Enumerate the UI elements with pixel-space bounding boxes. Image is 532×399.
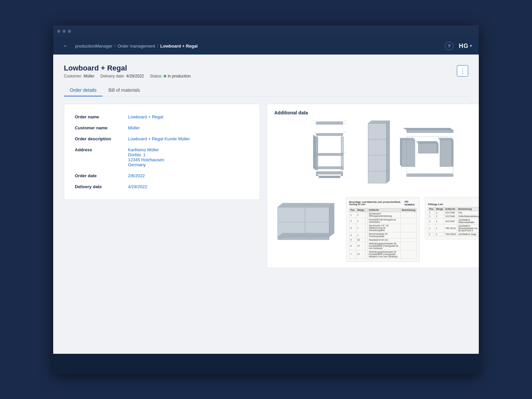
field-label: Order description xyxy=(73,133,127,144)
cell: 1 xyxy=(435,218,444,224)
cell: 1 xyxy=(356,232,365,238)
cell: 1 xyxy=(356,224,365,232)
breadcrumb-current: Lowboard + Regal xyxy=(160,44,198,49)
doc-table-row: 4 1 Klemmverbinder für Tischkorpusteile xyxy=(349,232,417,238)
svg-marker-40 xyxy=(417,141,438,143)
fittings-table-row: 1 1 10171846 Puffer/Bodenäüllsierung Sch… xyxy=(428,214,479,218)
svg-rect-36 xyxy=(440,140,453,167)
cell: 5 xyxy=(349,238,356,242)
lowboard-solid-svg xyxy=(274,197,341,254)
svg-rect-43 xyxy=(407,174,453,177)
doc-table-row: 2 1 Kunststoff-Clip Erzeugnis an Unterbo… xyxy=(349,218,417,224)
cell xyxy=(365,242,368,250)
cell: Verbindungsgeschrauben für Kunststofftei… xyxy=(368,242,401,250)
field-label: Address xyxy=(73,144,127,170)
fittings-title: Fittings List xyxy=(428,203,479,206)
page-title: Lowboard + Regal xyxy=(64,64,191,72)
tabs: Order details Bill of materials xyxy=(64,84,468,96)
cell: 1 xyxy=(435,211,444,214)
svg-marker-31 xyxy=(403,128,453,130)
cell: 1 xyxy=(435,224,444,232)
fittings-table-row: 1 1 10171845 Fuß Scharnierexperte xyxy=(428,211,479,214)
browser-dot-3 xyxy=(68,30,71,33)
meta-customer: Customer: Müller xyxy=(64,74,94,78)
svg-rect-15 xyxy=(316,172,343,174)
fittings-table-row: 1 1 T66.7021S LEGRABOX Rückwandhalter mi… xyxy=(428,224,479,232)
cell: 1 xyxy=(428,224,435,232)
navbar-left: ← productionManager / Order management /… xyxy=(60,41,198,51)
logo-button[interactable]: HG ▾ xyxy=(459,43,472,50)
cell: LEGRABOX Zarge xyxy=(457,232,479,236)
bookshelf-exploded-drawing xyxy=(306,120,356,193)
cell: 4 xyxy=(349,232,356,238)
cell xyxy=(401,242,416,250)
col-header: Pos. xyxy=(428,207,435,211)
bookcase-solid-drawing xyxy=(361,120,395,193)
delivery-value: 4/29/2022 xyxy=(126,74,144,78)
breadcrumb-sep-2: / xyxy=(157,44,158,49)
col-header xyxy=(365,208,368,212)
field-value: Lowboard + Regal xyxy=(127,111,250,122)
svg-rect-0 xyxy=(316,122,343,124)
svg-rect-5 xyxy=(316,133,343,136)
svg-marker-34 xyxy=(400,138,402,167)
svg-marker-37 xyxy=(438,138,453,140)
table-row: Order date 2/8/2022 xyxy=(73,170,250,181)
cell xyxy=(401,232,416,238)
cell: 6 xyxy=(349,242,356,250)
tab-order-details[interactable]: Order details xyxy=(64,84,102,96)
main-content: Lowboard + Regal Customer: Müller Delive… xyxy=(53,55,479,354)
cell: Fuß xyxy=(457,211,479,214)
logo-chevron-icon: ▾ xyxy=(470,44,472,48)
cell: Puffer/Bodenäüllsierung xyxy=(457,214,479,218)
cell: 1 xyxy=(435,232,444,236)
bom-document: Beschläge- und Material-Liste production… xyxy=(346,197,420,262)
fittings-table-row: 1 1 T66.F052S LEGRABOX Zarge Blum xyxy=(428,232,479,236)
svg-rect-30 xyxy=(407,130,453,133)
svg-marker-38 xyxy=(452,138,453,167)
breadcrumb-app[interactable]: productionManager xyxy=(75,44,112,49)
bookcase-solid-svg xyxy=(361,120,395,193)
breadcrumb: productionManager / Order management / L… xyxy=(75,44,198,49)
breadcrumb-section[interactable]: Order management xyxy=(118,44,155,49)
cell: 1 xyxy=(356,218,365,224)
cell: Klemmverbinder für Tischkorpusteile xyxy=(368,232,401,238)
cell xyxy=(365,238,368,242)
delivery-label: Delivery date: xyxy=(100,74,125,78)
help-button[interactable]: ? xyxy=(445,42,454,50)
address-line-1: Karlheinz Müller xyxy=(128,147,249,152)
cell xyxy=(401,238,416,242)
cell: LEGRABOX Höllschaadhalter xyxy=(457,218,479,224)
cell: 1 xyxy=(428,218,435,224)
table-row: Order name Lowboard + Regal xyxy=(73,111,250,122)
cell: 3 xyxy=(349,224,356,232)
doc-title: Beschläge- und Material-Liste production… xyxy=(349,201,404,205)
svg-line-1 xyxy=(313,120,316,122)
lowboard-solid-drawing xyxy=(274,197,341,254)
navbar-right: ? HG ▾ xyxy=(445,42,472,50)
cell: 1 xyxy=(428,232,435,236)
status-label: Status: xyxy=(150,74,162,78)
cell: Holzdübel 8×40 mm xyxy=(368,238,401,242)
svg-rect-14 xyxy=(316,167,343,169)
cell: 10171845 xyxy=(444,211,457,214)
cell xyxy=(401,218,416,224)
cell: 10171846 xyxy=(444,214,457,218)
svg-line-2 xyxy=(343,120,346,122)
back-button[interactable]: ← xyxy=(60,41,71,51)
cell: LEGRABOX Rückwandhalter mit BLUMOTION 5 xyxy=(457,224,479,232)
cell: 2 xyxy=(349,218,356,224)
address-line-2: Dorfstr. 1 xyxy=(128,152,249,157)
status-value: In production xyxy=(168,74,191,78)
table-row: Customer name Müller xyxy=(73,122,250,133)
doc-table-row: 1 1 Druckknopf f. Öffnungssunterstützung xyxy=(349,212,417,218)
fittings-table: Pos. Menge Artikel-Nr. Bezeichnung Liefe… xyxy=(428,207,479,236)
cell: 7 xyxy=(349,250,356,258)
fittings-table-row: 1 1 10171847 LEGRABOX Höllschaadhalter B… xyxy=(428,218,479,224)
field-value: Lowboard + Regal Kunde Müller xyxy=(127,133,250,144)
more-options-button[interactable]: ⋮ xyxy=(457,65,468,76)
svg-rect-21 xyxy=(368,123,386,183)
tab-bill-of-materials[interactable]: Bill of materials xyxy=(102,84,146,96)
doc-header: Beschläge- und Material-Liste production… xyxy=(349,200,417,206)
cell xyxy=(401,250,416,258)
